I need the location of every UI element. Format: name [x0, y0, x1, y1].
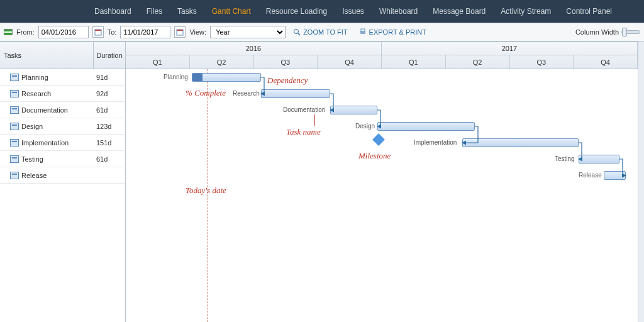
- view-label: View:: [189, 28, 206, 36]
- task-icon: [10, 74, 19, 81]
- task-name: Documentation: [21, 106, 68, 114]
- task-row[interactable]: Research92d: [0, 86, 125, 102]
- nav-control-panel[interactable]: Control Panel: [566, 7, 612, 16]
- bar-label: Research: [233, 90, 260, 97]
- quarter-cell: Q1: [126, 55, 190, 69]
- duration-column-header[interactable]: Duration: [94, 42, 125, 69]
- task-duration: 92d: [94, 90, 125, 97]
- task-name: Planning: [21, 74, 48, 81]
- nav-whiteboard[interactable]: Whiteboard: [379, 7, 418, 16]
- timeline-header: 2016 2017 Q1 Q2 Q3 Q4 Q1 Q2 Q3 Q4: [126, 42, 638, 69]
- annotation-today: Today's date: [186, 186, 226, 196]
- year-2016: 2016: [126, 42, 382, 55]
- task-name: Release: [21, 172, 47, 179]
- quarter-cell: Q3: [510, 55, 574, 69]
- svg-point-4: [294, 30, 299, 34]
- nav-resource-loading[interactable]: Resource Loading: [266, 7, 327, 16]
- nav-message-board[interactable]: Message Board: [433, 7, 486, 16]
- column-width-control: Column Width: [575, 28, 640, 36]
- gantt-body[interactable]: Planning Research Documentation Design I…: [126, 69, 638, 322]
- bar-label: Release: [579, 172, 602, 179]
- task-name: Design: [21, 123, 43, 130]
- to-label: To:: [108, 28, 117, 36]
- calendar-icon: [176, 28, 184, 36]
- nav-tasks[interactable]: Tasks: [177, 7, 197, 16]
- gantt-bar-planning[interactable]: [192, 73, 261, 82]
- task-row[interactable]: Release: [0, 167, 125, 184]
- task-name: Testing: [21, 155, 43, 163]
- from-label: From:: [16, 28, 35, 36]
- toolbar: From: To: View: Year ZOOM TO FIT EXPORT …: [0, 23, 644, 42]
- task-name: Research: [21, 90, 51, 97]
- bar-label: Planning: [164, 74, 188, 80]
- calendar-icon: [94, 28, 102, 36]
- today-line: [208, 69, 208, 322]
- panel-resize-handle[interactable]: [638, 42, 644, 322]
- task-duration: 91d: [94, 74, 125, 81]
- milestone-marker[interactable]: [372, 133, 385, 146]
- nav-gantt-chart[interactable]: Gantt Chart: [212, 7, 251, 16]
- nav-activity-stream[interactable]: Activity Stream: [501, 7, 551, 16]
- quarter-cell: Q3: [254, 55, 318, 69]
- view-select[interactable]: Year: [210, 26, 286, 38]
- annotation-dependency: Dependency: [267, 75, 308, 86]
- task-list-header: Tasks Duration: [0, 42, 125, 69]
- nav-files[interactable]: Files: [147, 7, 162, 16]
- bar-label: Design: [355, 123, 375, 130]
- gantt-bar-research[interactable]: [261, 89, 330, 98]
- export-label: EXPORT & PRINT: [369, 28, 426, 36]
- gantt-bar-implementation[interactable]: [462, 138, 579, 147]
- progress-fill: [192, 74, 203, 81]
- gantt-chart-area: 2016 2017 Q1 Q2 Q3 Q4 Q1 Q2 Q3 Q4 Planni…: [126, 42, 638, 322]
- top-nav: Dashboard Files Tasks Gantt Chart Resour…: [0, 0, 644, 23]
- task-row[interactable]: Documentation61d: [0, 102, 125, 118]
- task-list-panel: Tasks Duration Planning91d Research92d D…: [0, 42, 126, 322]
- annotation-pct-complete: % Complete: [186, 88, 226, 98]
- column-width-label: Column Width: [575, 28, 619, 36]
- task-row[interactable]: Planning91d: [0, 69, 125, 86]
- svg-rect-3: [177, 30, 183, 31]
- task-icon: [10, 90, 19, 97]
- main-area: Tasks Duration Planning91d Research92d D…: [0, 42, 644, 322]
- column-width-slider[interactable]: [621, 30, 640, 34]
- tasks-column-header[interactable]: Tasks: [0, 42, 94, 69]
- svg-rect-1: [95, 30, 101, 31]
- to-date-input[interactable]: [120, 26, 170, 38]
- nav-dashboard[interactable]: Dashboard: [94, 7, 131, 16]
- quarter-cell: Q1: [382, 55, 446, 69]
- task-icon: [10, 172, 19, 179]
- task-duration: 61d: [94, 155, 125, 163]
- gantt-bar-release[interactable]: [604, 171, 626, 180]
- quarter-row: Q1 Q2 Q3 Q4 Q1 Q2 Q3 Q4: [126, 55, 638, 69]
- svg-rect-7: [361, 29, 365, 31]
- quarter-cell: Q2: [190, 55, 254, 69]
- year-2017: 2017: [382, 42, 638, 55]
- task-icon: [10, 106, 19, 114]
- task-duration: 61d: [94, 106, 125, 114]
- quarter-cell: Q2: [446, 55, 510, 69]
- gantt-bar-testing[interactable]: [579, 155, 619, 164]
- zoom-to-fit-button[interactable]: ZOOM TO FIT: [289, 26, 351, 38]
- task-icon: [10, 123, 19, 130]
- annotation-milestone: Milestone: [358, 151, 391, 161]
- to-calendar-button[interactable]: [174, 26, 186, 38]
- gantt-bar-design[interactable]: [377, 122, 475, 131]
- svg-line-5: [298, 33, 300, 35]
- quarter-cell: Q4: [574, 55, 638, 69]
- task-row[interactable]: Implementation151d: [0, 135, 125, 151]
- nav-issues[interactable]: Issues: [342, 7, 364, 16]
- flag-icon: [4, 29, 13, 35]
- print-icon: [359, 28, 367, 36]
- task-icon: [10, 139, 19, 147]
- task-row[interactable]: Testing61d: [0, 151, 125, 167]
- annotation-line: [314, 114, 315, 126]
- bar-label: Documentation: [283, 106, 325, 113]
- year-row: 2016 2017: [126, 42, 638, 55]
- task-row[interactable]: Design123d: [0, 118, 125, 135]
- export-print-button[interactable]: EXPORT & PRINT: [355, 26, 430, 38]
- gantt-bar-documentation[interactable]: [330, 106, 377, 114]
- task-duration: 151d: [94, 139, 125, 147]
- from-calendar-button[interactable]: [92, 26, 104, 38]
- slider-thumb[interactable]: [622, 28, 627, 36]
- from-date-input[interactable]: [38, 26, 89, 38]
